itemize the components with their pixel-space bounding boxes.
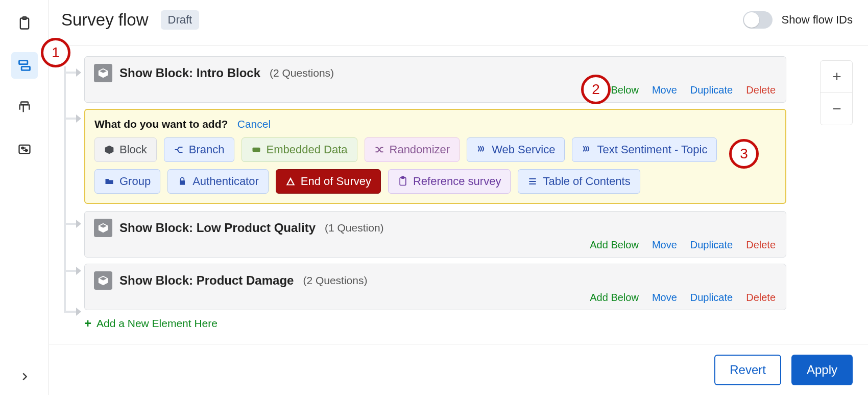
block-question-count: (2 Questions) — [303, 274, 367, 287]
option-web-service[interactable]: Web Service — [467, 137, 565, 162]
option-end-of-survey[interactable]: End of Survey — [276, 169, 381, 194]
nav-look-feel-icon[interactable] — [11, 94, 38, 121]
callout-1: 1 — [41, 38, 70, 67]
add-element-panel: What do you want to add? Cancel Block Br… — [84, 109, 786, 204]
svg-rect-2 — [19, 61, 27, 64]
header-divider — [49, 45, 868, 45]
option-embedded-data-label: Embedded Data — [267, 143, 348, 156]
add-prompt: What do you want to add? — [94, 118, 228, 130]
option-table-of-contents[interactable]: Table of Contents — [518, 169, 640, 194]
zoom-in-button[interactable]: + — [821, 61, 853, 92]
flow-block-product-damage[interactable]: Show Block: Product Damage (2 Questions)… — [84, 264, 786, 310]
nav-expand-chevron-icon[interactable] — [0, 371, 49, 382]
option-end-of-survey-label: End of Survey — [301, 175, 371, 188]
svg-rect-4 — [21, 102, 28, 105]
nav-options-icon[interactable] — [11, 136, 38, 162]
block-title: Show Block: Intro Block — [119, 66, 260, 80]
page-title: Survey flow — [61, 10, 149, 30]
block-title: Show Block: Low Product Quality — [119, 221, 316, 235]
delete-link[interactable]: Delete — [746, 292, 776, 304]
option-branch[interactable]: Branch — [164, 137, 234, 162]
block-cube-icon — [94, 271, 112, 290]
option-reference-survey[interactable]: Reference survey — [388, 169, 511, 194]
option-toc-label: Table of Contents — [543, 175, 630, 188]
block-cube-icon — [94, 64, 112, 82]
duplicate-link[interactable]: Duplicate — [690, 84, 733, 96]
svg-rect-3 — [21, 66, 30, 70]
move-link[interactable]: Move — [652, 84, 677, 96]
plus-icon: + — [84, 316, 91, 331]
option-authenticator[interactable]: Authenticator — [167, 169, 269, 194]
delete-link[interactable]: Delete — [746, 239, 776, 251]
duplicate-link[interactable]: Duplicate — [690, 239, 733, 251]
option-branch-label: Branch — [189, 143, 225, 156]
zoom-out-button[interactable]: − — [821, 93, 853, 125]
add-below-link[interactable]: Add Below — [590, 239, 639, 251]
option-block-label: Block — [119, 143, 147, 156]
cancel-link[interactable]: Cancel — [237, 118, 271, 130]
add-new-element-link[interactable]: + Add a New Element Here — [84, 316, 786, 331]
flow-block-low-quality[interactable]: Show Block: Low Product Quality (1 Quest… — [84, 211, 786, 258]
block-title: Show Block: Product Damage — [119, 273, 294, 288]
show-flow-ids-label: Show flow IDs — [782, 13, 853, 27]
option-authenticator-label: Authenticator — [192, 175, 259, 188]
block-question-count: (1 Question) — [325, 222, 384, 234]
flow-connector — [64, 118, 78, 120]
flow-canvas: Show Block: Intro Block (2 Questions) Ad… — [61, 56, 786, 336]
apply-button[interactable]: Apply — [791, 355, 853, 385]
delete-link[interactable]: Delete — [746, 84, 776, 96]
callout-3: 3 — [729, 139, 759, 169]
option-embedded-data[interactable]: Embedded Data — [242, 137, 357, 162]
status-badge: Draft — [161, 10, 200, 30]
duplicate-link[interactable]: Duplicate — [690, 292, 733, 304]
add-new-element-label: Add a New Element Here — [97, 317, 218, 330]
flow-block-intro[interactable]: Show Block: Intro Block (2 Questions) Ad… — [84, 56, 786, 103]
flow-connector — [64, 223, 78, 225]
option-web-service-label: Web Service — [492, 143, 555, 156]
flow-spine — [64, 66, 66, 312]
option-randomizer-label: Randomizer — [390, 143, 450, 156]
nav-flow-icon[interactable] — [11, 52, 38, 79]
flow-connector — [64, 311, 78, 313]
add-below-link[interactable]: Add Below — [590, 292, 639, 304]
option-group[interactable]: Group — [94, 169, 160, 194]
zoom-controls: + − — [820, 60, 853, 125]
nav-survey-icon[interactable] — [11, 10, 38, 37]
svg-rect-8 — [252, 148, 260, 152]
option-text-sentiment[interactable]: Text Sentiment - Topic — [572, 137, 717, 162]
option-block[interactable]: Block — [94, 137, 157, 162]
option-group-label: Group — [119, 175, 151, 188]
block-question-count: (2 Questions) — [270, 67, 334, 79]
revert-button[interactable]: Revert — [714, 355, 781, 385]
move-link[interactable]: Move — [652, 239, 677, 251]
option-text-sentiment-label: Text Sentiment - Topic — [597, 143, 707, 156]
footer-bar: Revert Apply — [49, 344, 868, 395]
svg-rect-5 — [19, 145, 30, 153]
option-randomizer[interactable]: Randomizer — [365, 137, 460, 162]
block-cube-icon — [94, 219, 112, 237]
move-link[interactable]: Move — [652, 292, 677, 304]
flow-connector — [64, 270, 78, 272]
callout-2: 2 — [581, 75, 611, 104]
option-reference-survey-label: Reference survey — [413, 175, 501, 188]
left-nav-rail — [0, 0, 49, 395]
header-bar: Survey flow Draft Show flow IDs — [61, 10, 853, 30]
show-flow-ids-toggle[interactable] — [743, 11, 773, 29]
flow-connector — [64, 72, 78, 74]
